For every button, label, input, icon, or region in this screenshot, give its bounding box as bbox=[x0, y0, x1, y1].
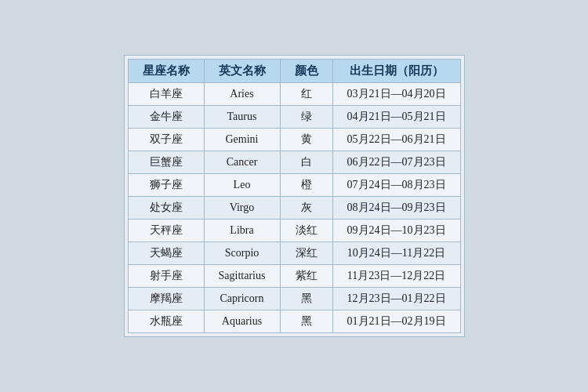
zodiac-table: 星座名称 英文名称 颜色 出生日期（阳历） 白羊座Aries红03月21日—04… bbox=[128, 59, 461, 333]
cell-color: 深红 bbox=[280, 242, 332, 265]
col-header-en: 英文名称 bbox=[204, 60, 280, 83]
cell-color: 灰 bbox=[280, 197, 332, 220]
cell-color: 橙 bbox=[280, 174, 332, 197]
cell-zh: 射手座 bbox=[128, 265, 204, 288]
zodiac-table-container: 星座名称 英文名称 颜色 出生日期（阳历） 白羊座Aries红03月21日—04… bbox=[124, 55, 465, 337]
cell-date: 04月21日—05月21日 bbox=[332, 106, 460, 129]
cell-date: 05月22日—06月21日 bbox=[332, 129, 460, 151]
table-header-row: 星座名称 英文名称 颜色 出生日期（阳历） bbox=[128, 60, 460, 83]
table-row: 金牛座Taurus绿04月21日—05月21日 bbox=[128, 106, 460, 129]
cell-date: 12月23日—01月22日 bbox=[332, 288, 460, 310]
cell-date: 07月24日—08月23日 bbox=[332, 174, 460, 197]
cell-zh: 水瓶座 bbox=[128, 310, 204, 333]
table-row: 巨蟹座Cancer白06月22日—07月23日 bbox=[128, 151, 460, 174]
cell-date: 06月22日—07月23日 bbox=[332, 151, 460, 174]
cell-en: Gemini bbox=[204, 129, 280, 151]
cell-en: Scorpio bbox=[204, 242, 280, 265]
table-row: 天蝎座Scorpio深红10月24日—11月22日 bbox=[128, 242, 460, 265]
cell-zh: 摩羯座 bbox=[128, 288, 204, 310]
cell-color: 淡红 bbox=[280, 220, 332, 242]
cell-date: 08月24日—09月23日 bbox=[332, 197, 460, 220]
col-header-date: 出生日期（阳历） bbox=[332, 60, 460, 83]
cell-zh: 处女座 bbox=[128, 197, 204, 220]
cell-en: Aquarius bbox=[204, 310, 280, 333]
cell-en: Leo bbox=[204, 174, 280, 197]
col-header-color: 颜色 bbox=[280, 60, 332, 83]
table-row: 水瓶座Aquarius黑01月21日—02月19日 bbox=[128, 310, 460, 333]
cell-color: 紫红 bbox=[280, 265, 332, 288]
cell-color: 白 bbox=[280, 151, 332, 174]
table-row: 处女座Virgo灰08月24日—09月23日 bbox=[128, 197, 460, 220]
cell-zh: 白羊座 bbox=[128, 83, 204, 106]
cell-en: Cancer bbox=[204, 151, 280, 174]
cell-date: 03月21日—04月20日 bbox=[332, 83, 460, 106]
cell-en: Virgo bbox=[204, 197, 280, 220]
cell-date: 01月21日—02月19日 bbox=[332, 310, 460, 333]
cell-zh: 天秤座 bbox=[128, 220, 204, 242]
col-header-zh: 星座名称 bbox=[128, 60, 204, 83]
cell-color: 黄 bbox=[280, 129, 332, 151]
table-row: 摩羯座Capricorn黑12月23日—01月22日 bbox=[128, 288, 460, 310]
table-row: 白羊座Aries红03月21日—04月20日 bbox=[128, 83, 460, 106]
cell-zh: 狮子座 bbox=[128, 174, 204, 197]
cell-date: 09月24日—10月23日 bbox=[332, 220, 460, 242]
table-row: 狮子座Leo橙07月24日—08月23日 bbox=[128, 174, 460, 197]
cell-zh: 金牛座 bbox=[128, 106, 204, 129]
table-row: 双子座Gemini黄05月22日—06月21日 bbox=[128, 129, 460, 151]
cell-zh: 巨蟹座 bbox=[128, 151, 204, 174]
cell-color: 黑 bbox=[280, 310, 332, 333]
cell-color: 红 bbox=[280, 83, 332, 106]
cell-en: Taurus bbox=[204, 106, 280, 129]
cell-en: Capricorn bbox=[204, 288, 280, 310]
cell-en: Aries bbox=[204, 83, 280, 106]
cell-color: 绿 bbox=[280, 106, 332, 129]
table-row: 射手座Sagittarius紫红11月23日—12月22日 bbox=[128, 265, 460, 288]
table-row: 天秤座Libra淡红09月24日—10月23日 bbox=[128, 220, 460, 242]
cell-en: Sagittarius bbox=[204, 265, 280, 288]
cell-date: 10月24日—11月22日 bbox=[332, 242, 460, 265]
cell-zh: 天蝎座 bbox=[128, 242, 204, 265]
cell-date: 11月23日—12月22日 bbox=[332, 265, 460, 288]
cell-zh: 双子座 bbox=[128, 129, 204, 151]
cell-color: 黑 bbox=[280, 288, 332, 310]
cell-en: Libra bbox=[204, 220, 280, 242]
